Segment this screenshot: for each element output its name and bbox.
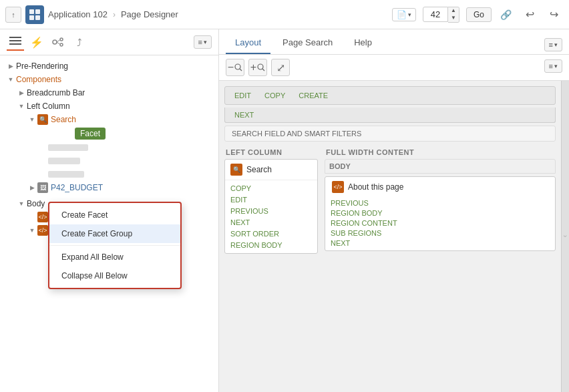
facet-highlight-label[interactable]: Facet bbox=[75, 128, 106, 140]
network-tab-icon[interactable] bbox=[49, 33, 67, 51]
search-region-icon: 🔍 bbox=[230, 164, 242, 176]
left-menu-icon: ≡ bbox=[198, 38, 202, 46]
p42-budget-item[interactable]: ▶ 🖼 P42_BUDGET bbox=[0, 181, 218, 194]
previous-body-action[interactable]: PREVIOUS bbox=[331, 198, 550, 208]
facet-child-1[interactable] bbox=[0, 141, 218, 154]
pre-rendering-label: Pre-Rendering bbox=[16, 61, 68, 71]
up-button[interactable]: ↑ bbox=[5, 7, 21, 23]
collapse-all-below-menu-item[interactable]: Collapse All Below bbox=[49, 266, 180, 285]
tab-page-search[interactable]: Page Search bbox=[273, 32, 342, 54]
search-item[interactable]: ▼ 🔍 Search bbox=[0, 113, 218, 126]
go-button[interactable]: Go bbox=[466, 7, 492, 22]
full-width-container: FULL WIDTH CONTENT BODY </> About this p… bbox=[325, 148, 556, 254]
right-menu-button[interactable]: ≡ ▾ bbox=[544, 38, 562, 51]
about-region-title: About this page bbox=[348, 182, 403, 192]
breadcrumb-separator: › bbox=[113, 10, 116, 19]
share2-tab-icon[interactable]: ⤴ bbox=[71, 33, 88, 51]
svg-rect-4 bbox=[9, 37, 21, 38]
create-facet-menu-item[interactable]: Create Facet bbox=[49, 206, 180, 224]
next-action[interactable]: NEXT bbox=[230, 217, 312, 228]
redo-icon: ↪ bbox=[550, 8, 558, 21]
edit-top-btn[interactable]: EDIT bbox=[232, 90, 254, 101]
tab-layout[interactable]: Layout bbox=[226, 32, 270, 54]
region-body-body-action[interactable]: REGION BODY bbox=[331, 208, 550, 218]
region-content-action[interactable]: REGION CONTENT bbox=[331, 218, 550, 228]
left-column-arrow[interactable]: ▼ bbox=[16, 101, 27, 112]
about-arrow bbox=[27, 212, 37, 222]
pre-rendering-arrow[interactable]: ▶ bbox=[5, 61, 16, 71]
pre-rendering-item[interactable]: ▶ Pre-Rendering bbox=[0, 59, 218, 73]
canvas-area: EDIT COPY CREATE NEXT SEARCH FIELD AND S… bbox=[219, 81, 569, 392]
components-label: Components bbox=[16, 75, 61, 84]
page-number-input[interactable] bbox=[423, 7, 448, 22]
breadcrumb-bar-item[interactable]: ▶ Breadcrumb Bar bbox=[0, 86, 218, 100]
search-field-label: SEARCH FIELD AND SMART FILTERS bbox=[232, 130, 361, 138]
create-facet-group-menu-item[interactable]: Create Facet Group bbox=[49, 224, 180, 243]
right-tabs: Layout Page Search Help ≡ ▾ bbox=[219, 29, 569, 55]
svg-point-9 bbox=[60, 43, 63, 46]
facet-child-3[interactable] bbox=[0, 168, 218, 181]
breadcrumb-bar-arrow[interactable]: ▶ bbox=[16, 87, 27, 98]
expand-all-below-menu-item[interactable]: Expand All Below bbox=[49, 248, 180, 266]
left-toolbar: ⚡ ⤴ ≡ ▾ bbox=[0, 29, 218, 55]
next-btn[interactable]: NEXT bbox=[232, 110, 256, 120]
p42-budget-icon: 🖼 bbox=[37, 182, 48, 193]
copy-action[interactable]: COPY bbox=[230, 183, 312, 194]
about-region-box: </> About this page PREVIOUS REGION BODY… bbox=[325, 176, 556, 251]
svg-rect-3 bbox=[35, 15, 40, 20]
button-bar-arrow[interactable]: ▼ bbox=[27, 225, 37, 236]
expand-button[interactable]: ⤢ bbox=[271, 59, 290, 76]
right-collapse-handle[interactable]: › bbox=[561, 81, 569, 392]
svg-point-8 bbox=[60, 38, 63, 41]
zoom-out-button[interactable]: − bbox=[226, 59, 244, 76]
about-code-icon: </> bbox=[37, 212, 48, 222]
edit-action[interactable]: EDIT bbox=[230, 194, 312, 205]
share-button[interactable]: 🔗 bbox=[496, 5, 516, 24]
main-layout: ⚡ ⤴ ≡ ▾ ▶ Pre-Rendering ▼ bbox=[0, 29, 569, 392]
undo-button[interactable]: ↩ bbox=[520, 5, 540, 24]
doc-button[interactable]: 📄 ▾ bbox=[392, 8, 416, 21]
facet-child-2[interactable] bbox=[0, 154, 218, 168]
copy-top-btn[interactable]: COPY bbox=[262, 90, 288, 101]
canvas-scroll: EDIT COPY CREATE NEXT SEARCH FIELD AND S… bbox=[219, 81, 561, 392]
facet-row: Facet bbox=[0, 126, 218, 141]
tab-help[interactable]: Help bbox=[345, 32, 381, 54]
app-name: Application 102 bbox=[48, 9, 108, 19]
right-panel: Layout Page Search Help ≡ ▾ − + ⤢ bbox=[219, 29, 569, 392]
region-body-action[interactable]: REGION BODY bbox=[230, 240, 312, 250]
left-menu-button[interactable]: ≡ ▾ bbox=[194, 35, 212, 49]
share-icon: 🔗 bbox=[500, 9, 512, 20]
canvas-menu-button[interactable]: ≡ ▾ bbox=[544, 59, 562, 73]
collapse-arrow-icon: › bbox=[562, 235, 569, 237]
sub-regions-action[interactable]: SUB REGIONS bbox=[331, 228, 550, 238]
zoom-in-button[interactable]: + bbox=[248, 59, 267, 76]
next-body-action[interactable]: NEXT bbox=[331, 238, 550, 248]
search-label: Search bbox=[51, 115, 76, 124]
search-arrow[interactable]: ▼ bbox=[27, 114, 37, 125]
svg-rect-2 bbox=[29, 15, 34, 20]
left-column-item[interactable]: ▼ Left Column bbox=[0, 100, 218, 113]
search-region-actions: COPY EDIT PREVIOUS NEXT SORT ORDER REGIO… bbox=[225, 180, 317, 253]
context-menu-separator bbox=[49, 245, 180, 246]
svg-line-13 bbox=[240, 69, 242, 71]
body-arrow[interactable]: ▼ bbox=[16, 198, 27, 209]
lightning-tab-icon[interactable]: ⚡ bbox=[28, 33, 45, 51]
svg-line-11 bbox=[57, 42, 60, 45]
sort-order-action[interactable]: SORT ORDER bbox=[230, 228, 312, 239]
page-number-container: ▲ ▼ bbox=[423, 7, 459, 23]
create-top-btn[interactable]: CREATE bbox=[296, 90, 331, 101]
layout-tab-icon[interactable] bbox=[7, 33, 24, 51]
page-number-up[interactable]: ▲ bbox=[448, 7, 459, 15]
search-field-bar: SEARCH FIELD AND SMART FILTERS bbox=[224, 126, 556, 142]
p42-budget-arrow[interactable]: ▶ bbox=[27, 182, 37, 193]
components-arrow[interactable]: ▼ bbox=[5, 74, 16, 85]
page-number-down[interactable]: ▼ bbox=[448, 15, 459, 22]
previous-action[interactable]: PREVIOUS bbox=[230, 206, 312, 216]
redo-button[interactable]: ↪ bbox=[544, 5, 564, 24]
about-region-icon: </> bbox=[332, 181, 344, 193]
left-menu-arrow: ▾ bbox=[204, 39, 207, 45]
doc-icon: 📄 bbox=[397, 10, 407, 19]
breadcrumb-bar-label: Breadcrumb Bar bbox=[27, 88, 85, 97]
components-item[interactable]: ▼ Components bbox=[0, 73, 218, 86]
context-menu: Create Facet Create Facet Group Expand A… bbox=[48, 202, 182, 289]
